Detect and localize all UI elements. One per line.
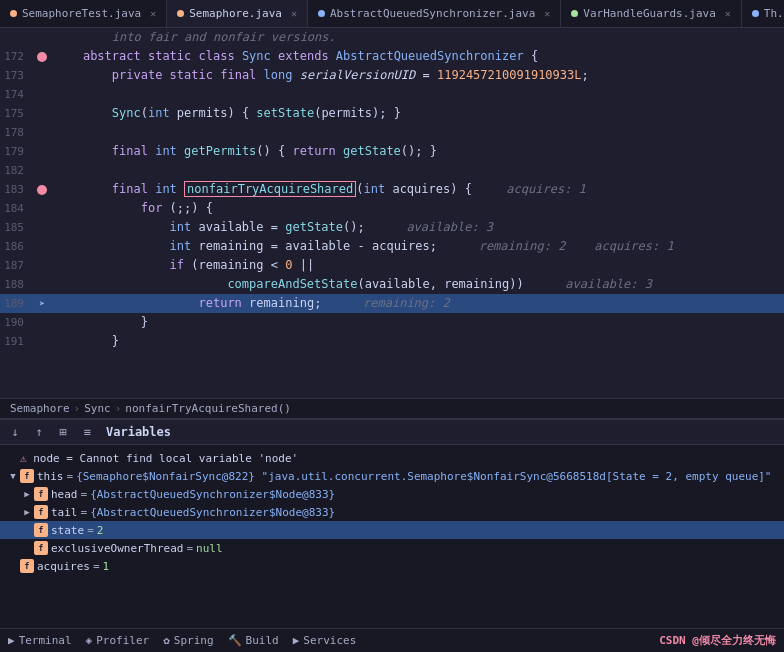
code-line-187: 187 if (remaining < 0 || <box>0 256 784 275</box>
var-row-tail[interactable]: ▶ f tail = {AbstractQueuedSynchronizer$N… <box>0 503 784 521</box>
code-line-191: 191 } <box>0 332 784 351</box>
tab-label: Semaphore.java <box>189 7 282 20</box>
profiler-icon: ◈ <box>86 634 93 647</box>
tab-dot <box>177 10 184 17</box>
code-line-189: 189 ➤ return remaining; remaining: 2 <box>0 294 784 313</box>
var-row-head[interactable]: ▶ f head = {AbstractQueuedSynchronizer$N… <box>0 485 784 503</box>
status-terminal[interactable]: ▶ Terminal <box>8 634 72 647</box>
tab-label: VarHandleGuards.java <box>583 7 715 20</box>
panel-title: Variables <box>106 425 171 439</box>
status-build-label: Build <box>246 634 279 647</box>
var-row-error[interactable]: ⚠ node = Cannot find local variable 'nod… <box>0 449 784 467</box>
debug-arrow: ➤ <box>39 294 45 313</box>
code-editor: into fair and nonfair versions. 172 abst… <box>0 28 784 398</box>
code-line-179: 179 final int getPermits() { return getS… <box>0 142 784 161</box>
terminal-icon: ▶ <box>8 634 15 647</box>
breadcrumb: Semaphore › Sync › nonfairTryAcquireShar… <box>0 398 784 418</box>
status-spring[interactable]: ✿ Spring <box>163 634 213 647</box>
status-bar: ▶ Terminal ◈ Profiler ✿ Spring 🔨 Build ▶… <box>0 628 784 652</box>
breadcrumb-method[interactable]: nonfairTryAcquireShared() <box>125 402 291 415</box>
code-line-172: 172 abstract static class Sync extends A… <box>0 47 784 66</box>
status-profiler[interactable]: ◈ Profiler <box>86 634 150 647</box>
error-icon: ⚠ <box>20 452 27 465</box>
tab-semaphore[interactable]: Semaphore.java ✕ <box>167 0 308 27</box>
var-icon-exclusiveowner: f <box>34 541 48 555</box>
tab-label: SemaphoreTest.java <box>22 7 141 20</box>
tab-close-abstractqueued[interactable]: ✕ <box>544 8 550 19</box>
var-row-state[interactable]: f state = 2 <box>0 521 784 539</box>
expand-state[interactable] <box>20 523 34 537</box>
watermark: CSDN @倾尽全力终无悔 <box>659 633 776 648</box>
var-row-this[interactable]: ▼ f this = {Semaphore$NonfairSync@822} "… <box>0 467 784 485</box>
status-terminal-label: Terminal <box>19 634 72 647</box>
tab-dot <box>752 10 759 17</box>
var-row-acquires[interactable]: f acquires = 1 <box>0 557 784 575</box>
breadcrumb-sync[interactable]: Sync <box>84 402 111 415</box>
status-build[interactable]: 🔨 Build <box>228 634 279 647</box>
var-icon-acquires: f <box>20 559 34 573</box>
tab-close-semaphoretest[interactable]: ✕ <box>150 8 156 19</box>
code-line-175: 175 Sync(int permits) { setState(permits… <box>0 104 784 123</box>
panel-grid-icon[interactable]: ⊞ <box>54 423 72 441</box>
tab-dot <box>10 10 17 17</box>
panel-list-icon[interactable]: ≡ <box>78 423 96 441</box>
var-icon-this: f <box>20 469 34 483</box>
var-icon-head: f <box>34 487 48 501</box>
code-line-183: 183 final int nonfairTryAcquireShared(in… <box>0 180 784 199</box>
code-line-184: 184 for (;;) { <box>0 199 784 218</box>
status-services-label: Services <box>303 634 356 647</box>
panel-down-icon[interactable]: ↓ <box>6 423 24 441</box>
code-line-190: 190 } <box>0 313 784 332</box>
code-line-173: 173 private static final long serialVers… <box>0 66 784 85</box>
code-line-186: 186 int remaining = available - acquires… <box>0 237 784 256</box>
tab-abstractqueued[interactable]: AbstractQueuedSynchronizer.java ✕ <box>308 0 561 27</box>
code-line-185: 185 int available = getState(); availabl… <box>0 218 784 237</box>
tab-close-varhandle[interactable]: ✕ <box>725 8 731 19</box>
tab-close-semaphore[interactable]: ✕ <box>291 8 297 19</box>
tab-varhandle[interactable]: VarHandleGuards.java ✕ <box>561 0 741 27</box>
bottom-panel: ↓ ↑ ⊞ ≡ Variables ⚠ node = Cannot find l… <box>0 418 784 628</box>
var-row-exclusiveowner[interactable]: f exclusiveOwnerThread = null <box>0 539 784 557</box>
tab-bar: SemaphoreTest.java ✕ Semaphore.java ✕ Ab… <box>0 0 784 28</box>
code-line-182: 182 <box>0 161 784 180</box>
expand-tail[interactable]: ▶ <box>20 505 34 519</box>
expand-error[interactable] <box>6 451 20 465</box>
panel-up-icon[interactable]: ↑ <box>30 423 48 441</box>
expand-head[interactable]: ▶ <box>20 487 34 501</box>
status-services[interactable]: ▶ Services <box>293 634 357 647</box>
tab-semaphoretest[interactable]: SemaphoreTest.java ✕ <box>0 0 167 27</box>
tab-th[interactable]: Th... ✕ <box>742 0 784 27</box>
code-intro-line: into fair and nonfair versions. <box>0 28 784 47</box>
code-line-178: 178 <box>0 123 784 142</box>
panel-toolbar: ↓ ↑ ⊞ ≡ Variables <box>0 420 784 445</box>
expand-exclusiveowner[interactable] <box>20 541 34 555</box>
spring-icon: ✿ <box>163 634 170 647</box>
build-icon: 🔨 <box>228 634 242 647</box>
breadcrumb-semaphore[interactable]: Semaphore <box>10 402 70 415</box>
tab-dot <box>318 10 325 17</box>
expand-this[interactable]: ▼ <box>6 469 20 483</box>
breakpoint-183 <box>37 185 47 195</box>
variables-area[interactable]: ⚠ node = Cannot find local variable 'nod… <box>0 445 784 628</box>
code-line-188: 188 compareAndSetState(available, remain… <box>0 275 784 294</box>
expand-acquires[interactable] <box>6 559 20 573</box>
var-icon-state: f <box>34 523 48 537</box>
var-icon-tail: f <box>34 505 48 519</box>
status-spring-label: Spring <box>174 634 214 647</box>
tab-dot <box>571 10 578 17</box>
tab-label: Th... <box>764 7 784 20</box>
code-line-174: 174 <box>0 85 784 104</box>
services-icon: ▶ <box>293 634 300 647</box>
tab-label: AbstractQueuedSynchronizer.java <box>330 7 535 20</box>
status-profiler-label: Profiler <box>96 634 149 647</box>
breakpoint-172 <box>37 52 47 62</box>
